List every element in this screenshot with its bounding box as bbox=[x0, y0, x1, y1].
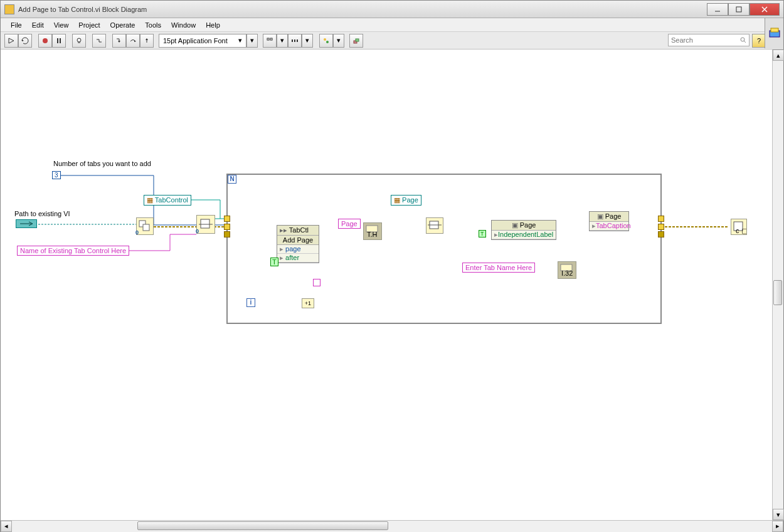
run-button[interactable] bbox=[4, 34, 18, 48]
reorder-button[interactable] bbox=[349, 34, 363, 48]
align-button[interactable] bbox=[263, 34, 277, 48]
open-vi-ref-node[interactable]: 0 bbox=[136, 217, 154, 235]
path-control[interactable] bbox=[16, 219, 37, 228]
hscroll-track[interactable] bbox=[12, 521, 772, 532]
step-out-button[interactable] bbox=[140, 34, 154, 48]
hscroll-thumb[interactable] bbox=[137, 521, 388, 530]
existing-name-constant[interactable]: Name of Existing Tab Control Here bbox=[17, 246, 129, 256]
block-diagram-window: Add Page to Tab Control.vi Block Diagram… bbox=[0, 0, 784, 532]
svg-rect-11 bbox=[292, 39, 293, 42]
svg-rect-12 bbox=[294, 39, 295, 42]
svg-point-7 bbox=[77, 38, 81, 42]
close-button[interactable] bbox=[750, 3, 780, 16]
align-dropdown[interactable]: ▾ bbox=[277, 34, 288, 48]
lightbulb-button[interactable] bbox=[72, 34, 86, 48]
invoke-row-after: ▸ after bbox=[277, 254, 319, 263]
abort-button[interactable] bbox=[38, 34, 52, 48]
vi-icon-right[interactable] bbox=[765, 18, 783, 48]
for-i[interactable]: i bbox=[246, 298, 255, 307]
property-independent-label[interactable]: ▣ Page ▸IndependentLabel bbox=[491, 220, 556, 240]
vi-icon bbox=[4, 4, 14, 14]
svg-rect-13 bbox=[297, 39, 298, 42]
menubar: File Edit View Project Operate Tools Win… bbox=[1, 18, 783, 32]
menu-project[interactable]: Project bbox=[73, 20, 105, 30]
property-node-small[interactable]: T.H bbox=[363, 222, 382, 240]
svg-point-14 bbox=[324, 38, 326, 41]
shift-reg-left bbox=[224, 231, 230, 237]
num-tabs-constant[interactable]: 3 bbox=[52, 171, 61, 179]
distribute-dropdown[interactable]: ▾ bbox=[302, 34, 313, 48]
close-ref-node[interactable]: c ▢ bbox=[731, 219, 747, 235]
search-icon bbox=[739, 36, 747, 44]
invoke-add-page[interactable]: ▸▸ TabCtl Add Page ▸ page ▸ after bbox=[277, 225, 319, 263]
svg-text:I.32: I.32 bbox=[561, 269, 573, 277]
menu-operate[interactable]: Operate bbox=[105, 20, 140, 30]
tabcontrol-ref[interactable]: ▦ TabControl bbox=[144, 195, 191, 206]
cleanup-button[interactable] bbox=[319, 34, 333, 48]
search-input[interactable] bbox=[668, 34, 750, 46]
maximize-button[interactable] bbox=[728, 3, 750, 16]
context-help-button[interactable]: ? bbox=[752, 34, 766, 48]
svg-rect-10 bbox=[270, 38, 272, 40]
menu-tools[interactable]: Tools bbox=[140, 20, 166, 30]
invoke-header: ▸▸ TabCtl bbox=[277, 226, 319, 236]
vscroll-thumb[interactable] bbox=[773, 280, 782, 305]
font-label: 15pt Application Font bbox=[163, 37, 228, 44]
retain-wire-button[interactable] bbox=[92, 34, 106, 48]
shift-reg-right bbox=[658, 231, 664, 237]
menu-help[interactable]: Help bbox=[201, 20, 225, 30]
string-constant[interactable] bbox=[313, 279, 320, 286]
menu-file[interactable]: File bbox=[6, 20, 27, 30]
true-constant-2[interactable]: T bbox=[479, 230, 486, 237]
svg-point-4 bbox=[43, 38, 48, 43]
increment-node[interactable]: +1 bbox=[302, 298, 314, 308]
svg-rect-21 bbox=[771, 28, 778, 32]
for-N[interactable]: N bbox=[228, 175, 236, 184]
toolbar: 15pt Application Font ▾ ▾ ▾ ▾ ▾ ? bbox=[1, 32, 783, 50]
tunnel-out-1 bbox=[658, 216, 664, 222]
svg-text:c ▢: c ▢ bbox=[736, 227, 746, 234]
enter-tab-name[interactable]: Enter Tab Name Here bbox=[462, 263, 535, 273]
titlebar: Add Page to Tab Control.vi Block Diagram bbox=[1, 1, 783, 18]
scroll-left-arrow[interactable]: ◂ bbox=[1, 521, 12, 532]
menu-window[interactable]: Window bbox=[166, 20, 201, 30]
step-over-button[interactable] bbox=[126, 34, 140, 48]
scroll-right-arrow[interactable]: ▸ bbox=[772, 521, 783, 532]
run-cont-button[interactable] bbox=[18, 34, 32, 48]
scroll-down-arrow[interactable]: ▾ bbox=[773, 509, 784, 520]
minimize-button[interactable] bbox=[707, 3, 728, 16]
svg-point-15 bbox=[326, 41, 329, 43]
vscroll-track[interactable] bbox=[773, 61, 783, 509]
tunnel-in-1 bbox=[224, 216, 230, 222]
menu-edit[interactable]: Edit bbox=[27, 20, 49, 30]
step-into-button[interactable] bbox=[112, 34, 126, 48]
prop-row-independent: ▸IndependentLabel bbox=[492, 231, 556, 239]
svg-rect-17 bbox=[356, 39, 359, 41]
tunnel-out-2 bbox=[658, 224, 664, 230]
window-title: Add Page to Tab Control.vi Block Diagram bbox=[18, 6, 707, 13]
page-ref[interactable]: ▦ Page bbox=[391, 195, 421, 206]
num-tabs-label: Number of tabs you want to add bbox=[53, 160, 151, 167]
path-label: Path to existing VI bbox=[14, 210, 70, 217]
block-diagram-canvas[interactable]: Number of tabs you want to add 3 Path to… bbox=[1, 50, 783, 520]
svg-line-19 bbox=[744, 41, 746, 43]
font-dropdown[interactable]: ▾ bbox=[246, 34, 258, 48]
cleanup-dropdown[interactable]: ▾ bbox=[333, 34, 344, 48]
true-constant[interactable]: T bbox=[270, 258, 278, 266]
pause-button[interactable] bbox=[52, 34, 66, 48]
scroll-up-arrow[interactable]: ▴ bbox=[773, 50, 784, 61]
vertical-scrollbar[interactable]: ▴ ▾ bbox=[772, 50, 783, 520]
invoke-method: Add Page bbox=[277, 236, 319, 245]
window-buttons bbox=[707, 3, 780, 16]
font-selector[interactable]: 15pt Application Font ▾ bbox=[159, 34, 246, 48]
prop-row-tabcaption: ▸TabCaption bbox=[590, 222, 628, 231]
to-more-specific-node[interactable]: 0 bbox=[196, 215, 215, 234]
distribute-button[interactable] bbox=[288, 34, 302, 48]
horizontal-scrollbar[interactable]: ◂ ▸ bbox=[1, 520, 783, 531]
format-string-node[interactable]: I.32 bbox=[558, 261, 576, 279]
to-more-specific-2[interactable] bbox=[426, 217, 443, 234]
menu-view[interactable]: View bbox=[49, 20, 74, 30]
page-label[interactable]: Page bbox=[338, 219, 361, 229]
property-tab-caption[interactable]: ▣ Page ▸TabCaption bbox=[589, 211, 629, 231]
svg-rect-5 bbox=[57, 38, 58, 43]
